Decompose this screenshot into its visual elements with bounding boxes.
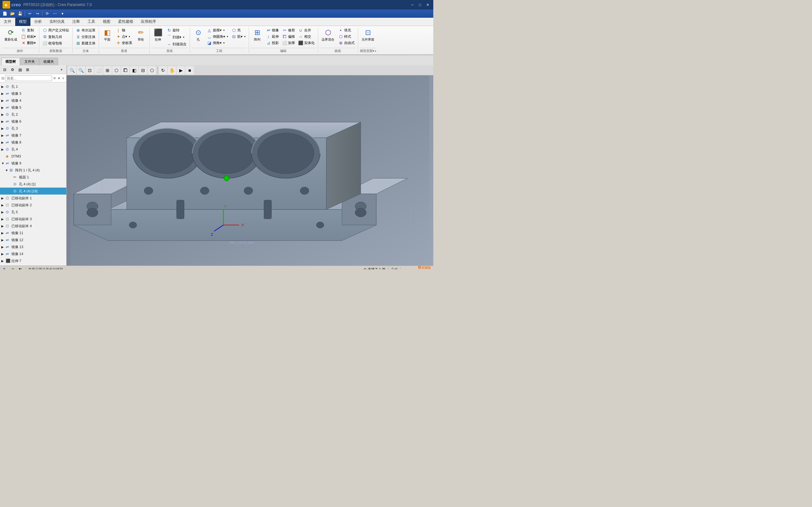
tree-item-movecopy1[interactable]: ▶ ⊡ 已移动副本 1	[0, 194, 66, 202]
vp-zoom-area-btn[interactable]: ⊞	[103, 66, 112, 74]
expand-mirror8[interactable]: ▶	[1, 141, 6, 144]
shrinkwrap-btn[interactable]: ⬜收缩包络	[41, 40, 70, 46]
tab-folder[interactable]: 文件夹	[20, 58, 39, 65]
minimize-button[interactable]: ─	[409, 2, 415, 7]
tree-item-dtm3[interactable]: ◈ DTM3	[0, 153, 66, 160]
fill-btn[interactable]: ▪填充	[337, 27, 356, 33]
rib-btn[interactable]: ⊟筋▾	[230, 34, 247, 40]
tree-item-array1[interactable]: ▼ ⊞ 阵列 1 / 孔 4 (4)	[0, 167, 66, 174]
vp-perspective-btn[interactable]: ⧠	[121, 66, 130, 74]
tree-item-mirror3[interactable]: ▶ ⇌ 镜像 3	[0, 90, 66, 97]
mirror-btn[interactable]: ⇌镜像	[264, 27, 280, 33]
tree-item-mirror6[interactable]: ▶ ⇌ 镜像 6	[0, 118, 66, 125]
copy-geometry-btn[interactable]: ⧉复制几何	[41, 34, 70, 40]
expand-mirror7[interactable]: ▶	[1, 134, 6, 137]
tree-item-hole3[interactable]: ▶ ⊙ 孔 3	[0, 125, 66, 132]
tree-columns-btn[interactable]: ▤	[16, 66, 23, 73]
tree-item-mirror9[interactable]: ▼ ⇌ 镜像 9	[0, 160, 66, 167]
search-input[interactable]	[5, 75, 52, 81]
vp-pan-btn[interactable]: ✋	[168, 66, 176, 74]
modelintent-label[interactable]: 模型意图▾	[360, 48, 376, 53]
tree-item-hole2[interactable]: ▶ ⊙ 孔 2	[0, 111, 66, 118]
tree-item-hole4-4-1[interactable]: ⊙ 孔 4 (4) [1]	[0, 181, 66, 187]
open-button[interactable]: 📂	[9, 10, 16, 17]
expand-movecopy1[interactable]: ▶	[1, 196, 6, 200]
save-button[interactable]: 💾	[16, 10, 23, 17]
new-body-btn[interactable]: ⊞新建主体	[74, 40, 97, 46]
menu-model[interactable]: 模型	[15, 18, 31, 26]
boundary-blend-btn[interactable]: ⬡ 边界混合	[320, 27, 336, 43]
expand-hole1[interactable]: ▶	[1, 85, 6, 89]
axis-btn[interactable]: |轴	[114, 27, 134, 33]
selection-mode-btn[interactable]: ⊕ 选择了 1 项	[363, 267, 386, 269]
expand-hole3[interactable]: ▶	[1, 127, 6, 130]
style-btn[interactable]: ⬡样式	[337, 34, 356, 40]
expand-array1[interactable]: ▼	[5, 169, 9, 172]
component-interface-btn[interactable]: ⊡ 元件界面	[360, 27, 376, 43]
tree-item-movecopy2[interactable]: ▶ ⊡ 已移动副本 2	[0, 202, 66, 209]
menu-view[interactable]: 视图	[99, 18, 114, 26]
delete-btn rb-dropdown[interactable]: ✕删除▾	[20, 40, 37, 46]
new-button[interactable]: 📄	[1, 10, 8, 17]
menu-annotation[interactable]: 注释	[68, 18, 84, 26]
maximize-button[interactable]: □	[417, 2, 423, 7]
search-add-btn[interactable]: +	[61, 76, 65, 81]
tree-item-mirror12[interactable]: ▶ ⇌ 镜像 12	[0, 236, 66, 243]
project-btn[interactable]: ⊿投影	[264, 40, 280, 46]
vp-play-btn[interactable]: ▶	[177, 66, 185, 74]
thicken-btn[interactable]: ⬜加厚	[281, 40, 296, 46]
tree-item-hole5[interactable]: ▶ ⊙ 孔 5	[0, 209, 66, 216]
boolean-btn[interactable]: ⊕布尔运算	[74, 27, 97, 33]
vp-no-hidden-btn[interactable]: ⊟	[139, 66, 147, 74]
blend-sweep-btn[interactable]: ⌣扫描混合	[165, 41, 188, 47]
menu-file[interactable]: 文件	[0, 18, 15, 26]
tree-item-movecopy4[interactable]: ▶ ⊡ 已移动副本 4	[0, 222, 66, 229]
trim-btn[interactable]: ✂修剪	[281, 27, 296, 33]
tree-item-section1[interactable]: ✏ 截面 1	[0, 174, 66, 181]
menu-tools[interactable]: 工具	[84, 18, 99, 26]
tree-preview-btn[interactable]: ⊞	[24, 66, 31, 73]
vp-edges-btn[interactable]: ⬡	[148, 66, 156, 74]
plane-btn[interactable]: ◧ 平面	[101, 27, 114, 43]
array-btn[interactable]: ⊞ 阵列	[251, 27, 264, 43]
user-defined-feature-btn[interactable]: ⬡用户定义特征	[41, 27, 70, 33]
tree-item-hole1[interactable]: ▶ ⊙ 孔 1	[0, 83, 66, 90]
menu-flexible-model[interactable]: 柔性建模	[114, 18, 137, 26]
menu-analysis[interactable]: 分析	[31, 18, 46, 26]
expand-mirror14[interactable]: ▶	[1, 252, 6, 256]
split-body-btn[interactable]: ⧖分割主体	[74, 34, 97, 40]
expand-hole5[interactable]: ▶	[1, 210, 6, 214]
viewport-3d[interactable]: X Y Z PRT_CSYS_DEF	[67, 75, 433, 266]
expand-mirror5[interactable]: ▶	[1, 106, 6, 109]
revolve-btn[interactable]: ↻旋转	[165, 27, 188, 33]
expand-mirror3[interactable]: ▶	[1, 92, 6, 95]
tree-item-movecopy3[interactable]: ▶ ⊡ 已移动副本 3	[0, 216, 66, 222]
tree-item-mirror5[interactable]: ▶ ⇌ 镜像 5	[0, 104, 66, 111]
tree-item-mirror14[interactable]: ▶ ⇌ 镜像 14	[0, 250, 66, 257]
hole-btn[interactable]: ⊙ 孔	[192, 27, 205, 43]
vp-shading-btn[interactable]: ◧	[130, 66, 138, 74]
menu-applications[interactable]: 应用程序	[137, 18, 160, 26]
redo-button[interactable]: ↪	[34, 10, 41, 17]
offset-btn[interactable]: ⧠偏移	[281, 34, 296, 40]
tab-favorites[interactable]: 收藏夹	[39, 58, 58, 65]
tree-item-mirror13[interactable]: ▶ ⇌ 镜像 13	[0, 243, 66, 250]
draft-btn[interactable]: ◬拔模▾	[206, 27, 229, 33]
expand-mirror12[interactable]: ▶	[1, 238, 6, 242]
expand-mirror13[interactable]: ▶	[1, 245, 6, 249]
expand-mirror9[interactable]: ▼	[1, 162, 6, 165]
regenerate-button[interactable]: ⟳	[44, 10, 51, 17]
solidify-btn[interactable]: ⬛实体化	[297, 40, 316, 46]
tree-item-stretch7[interactable]: ▶ ⬛ 拉伸 7	[0, 257, 66, 264]
tree-item-mirror4[interactable]: ▶ ⇌ 镜像 4	[0, 97, 66, 104]
sketch-btn[interactable]: ✏ 草绘	[134, 27, 148, 43]
tree-item-mirror11[interactable]: ▶ ⇌ 镜像 11	[0, 229, 66, 236]
close-button[interactable]: ✕	[424, 2, 431, 7]
expand-movecopy3[interactable]: ▶	[1, 217, 6, 221]
vp-zoom-in-btn[interactable]: 🔍	[68, 66, 76, 74]
expand-hole4[interactable]: ▶	[1, 148, 6, 151]
paste-btn rb-dropdown[interactable]: 📋粘贴▾	[20, 34, 37, 40]
intersect-btn[interactable]: ∩相交	[297, 34, 316, 40]
vp-refit-btn[interactable]: ⬜	[95, 66, 103, 74]
search-clear-btn[interactable]: ✕	[53, 76, 56, 81]
